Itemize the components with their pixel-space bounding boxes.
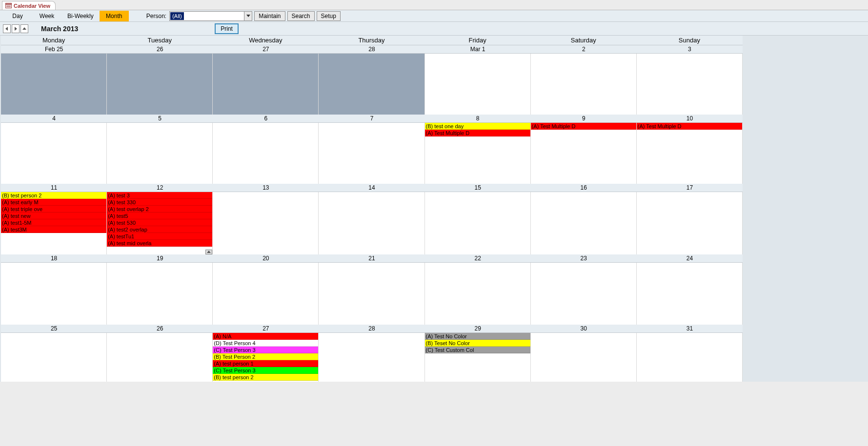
svg-rect-1 (5, 3, 11, 5)
day-cell[interactable] (1, 333, 107, 382)
day-cell[interactable] (1, 54, 107, 115)
day-cell[interactable] (425, 54, 531, 115)
day-cell[interactable] (319, 54, 424, 115)
calendar: Monday Tuesday Wednesday Thursday Friday… (1, 36, 743, 382)
maintain-button[interactable]: Maintain (254, 11, 285, 21)
tab-calendar-view[interactable]: Calendar View (2, 1, 56, 10)
events: (B) test one day (A) Test Multiple D (425, 123, 530, 136)
day-cell[interactable] (213, 123, 319, 184)
event-item[interactable]: (A) test overlap 2 (107, 206, 212, 213)
day-cell[interactable] (531, 263, 637, 325)
day-cell[interactable] (425, 192, 531, 254)
event-item[interactable]: (A) test3M (1, 226, 106, 233)
chevron-down-icon[interactable] (244, 12, 252, 20)
event-item[interactable]: (A) testTu1 (107, 233, 212, 240)
tab-strip: Calendar View (0, 0, 868, 10)
event-item[interactable]: (B) Test Person 2 (213, 353, 318, 360)
prev-button[interactable] (3, 24, 11, 33)
view-day-button[interactable]: Day (3, 11, 32, 21)
event-item[interactable]: (A) test 330 (107, 199, 212, 206)
expand-icon[interactable] (205, 250, 212, 254)
day-cell[interactable] (107, 54, 213, 115)
event-item[interactable]: (A) Test Multiple D (637, 123, 742, 130)
date-label: 4 (1, 115, 107, 122)
svg-marker-5 (5, 27, 8, 31)
day-cell[interactable]: (A) Test No Color (B) Teset No Color (C)… (425, 333, 531, 382)
day-cell[interactable] (213, 263, 319, 325)
event-item[interactable]: (A) test2 overlap (107, 226, 212, 233)
day-cell[interactable] (107, 123, 213, 184)
event-item[interactable]: (C) Test Person 3 (213, 367, 318, 374)
svg-marker-7 (22, 27, 26, 30)
day-cell[interactable]: (B) test person 2 (A) test early M (A) t… (1, 192, 107, 254)
view-biweekly-button[interactable]: Bi-Weekly (61, 11, 100, 21)
date-label: 18 (1, 254, 107, 262)
day-cell[interactable] (1, 263, 107, 325)
day-cell[interactable]: (A) Test Multiple D (637, 123, 743, 184)
event-item[interactable]: (A) test person 1 (213, 360, 318, 367)
weekday-label: Wednesday (213, 36, 319, 45)
day-cell[interactable]: (A) N/A (D) Test Person 4 (C) Test Perso… (213, 333, 319, 382)
event-item[interactable]: (A) test 530 (107, 219, 212, 226)
day-cell[interactable] (319, 333, 424, 382)
date-label: 26 (107, 325, 213, 332)
day-cell[interactable]: (A) test 3 (A) test 330 (A) test overlap… (107, 192, 213, 254)
day-cell[interactable] (319, 263, 424, 325)
event-item[interactable]: (A) test1-5M (1, 219, 106, 226)
person-select[interactable]: (All) (169, 11, 252, 21)
event-item[interactable]: (B) test person 2 (213, 374, 318, 381)
day-cell[interactable] (319, 192, 424, 254)
tab-title: Calendar View (14, 3, 50, 9)
event-item[interactable]: (A) Test Multiple D (531, 123, 636, 130)
day-cell[interactable] (637, 54, 743, 115)
date-header-row: 25 26 27 28 29 30 31 (1, 325, 743, 333)
view-month-button[interactable]: Month (100, 11, 129, 21)
event-item[interactable]: (A) test 3 (107, 192, 212, 199)
week-row: (A) N/A (D) Test Person 4 (C) Test Perso… (1, 333, 743, 382)
event-item[interactable]: (A) test mid overla (107, 240, 212, 247)
events: (A) Test No Color (B) Teset No Color (C)… (425, 333, 530, 353)
date-label: 10 (637, 115, 743, 122)
day-cell[interactable] (531, 54, 637, 115)
event-item[interactable]: (C) Test Custom Col (425, 347, 530, 353)
date-label: 30 (531, 325, 637, 332)
date-label: 22 (425, 254, 531, 262)
day-cell[interactable] (107, 333, 213, 382)
day-cell[interactable] (319, 123, 424, 184)
day-cell[interactable] (1, 123, 107, 184)
event-item[interactable]: (A) Test Multiple D (425, 130, 530, 136)
event-item[interactable]: (A) N/A (213, 333, 318, 340)
day-cell[interactable] (531, 192, 637, 254)
next-button[interactable] (12, 24, 20, 33)
event-item[interactable]: (A) test triple ove (1, 206, 106, 213)
day-cell[interactable] (425, 263, 531, 325)
event-item[interactable]: (B) Teset No Color (425, 340, 530, 347)
event-item[interactable]: (D) Test Person 4 (213, 340, 318, 347)
day-cell[interactable] (531, 333, 637, 382)
day-cell[interactable] (637, 192, 743, 254)
date-label: 31 (637, 325, 743, 332)
search-button[interactable]: Search (287, 11, 315, 21)
view-week-button[interactable]: Week (32, 11, 61, 21)
event-item[interactable]: (A) Test No Color (425, 333, 530, 340)
event-item[interactable]: (A) test early M (1, 199, 106, 206)
print-button[interactable]: Print (215, 23, 239, 34)
event-item[interactable]: (C) Test Person 3 (213, 347, 318, 353)
day-cell[interactable] (637, 333, 743, 382)
day-cell[interactable] (213, 54, 319, 115)
day-cell[interactable] (637, 263, 743, 325)
day-cell[interactable]: (B) test one day (A) Test Multiple D (425, 123, 531, 184)
event-item[interactable]: (A) test new (1, 213, 106, 219)
event-item[interactable]: (A) test5 (107, 213, 212, 219)
setup-button[interactable]: Setup (317, 11, 341, 21)
week-row: (B) test person 2 (A) test early M (A) t… (1, 192, 743, 254)
up-button[interactable] (20, 24, 28, 33)
month-title: March 2013 (41, 25, 78, 33)
event-item[interactable]: (B) test one day (425, 123, 530, 130)
day-cell[interactable] (107, 263, 213, 325)
event-item[interactable]: (B) test person 2 (1, 192, 106, 199)
date-label: 5 (107, 115, 213, 122)
date-label: 29 (425, 325, 531, 332)
day-cell[interactable] (213, 192, 319, 254)
day-cell[interactable]: (A) Test Multiple D (531, 123, 637, 184)
